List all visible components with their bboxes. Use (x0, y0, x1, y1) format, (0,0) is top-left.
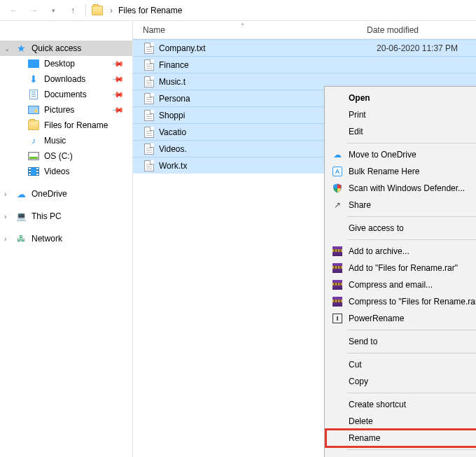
menu-cut[interactable]: Cut (326, 356, 476, 373)
expand-icon[interactable]: › (4, 190, 6, 198)
column-header-name[interactable]: Name ˄ (143, 25, 367, 35)
menu-bulk-rename[interactable]: Bulk Rename Here (326, 163, 476, 180)
menu-add-rar[interactable]: Add to "Files for Rename.rar" (326, 260, 476, 276)
sidebar-item-os-c[interactable]: OS (C:) (0, 148, 132, 164)
rar-icon (332, 263, 342, 273)
expand-icon[interactable]: ⌄ (4, 45, 10, 52)
file-row[interactable]: Company.txt20-06-2020 11:37 PM (133, 39, 476, 56)
sidebar-label: Downloads (44, 74, 85, 84)
sidebar-item-desktop[interactable]: Desktop 📌 (0, 56, 132, 71)
menu-separator (347, 239, 476, 240)
pin-icon: 📌 (111, 103, 124, 116)
text-file-icon (144, 59, 154, 71)
text-file-icon (144, 43, 154, 54)
sort-indicator-icon: ˄ (241, 22, 244, 30)
menu-properties[interactable]: Properties (326, 453, 476, 457)
sidebar-item-files-for-rename[interactable]: Files for Rename (0, 118, 132, 133)
menu-separator (347, 393, 476, 393)
menu-rename[interactable]: Rename (326, 430, 476, 447)
menu-print[interactable]: Print (326, 106, 476, 123)
menu-powerrename[interactable]: IPowerRename (326, 310, 476, 327)
star-icon: ★ (15, 43, 27, 54)
context-menu: Open Print Edit ☁Move to OneDrive Bulk R… (324, 86, 476, 457)
menu-separator (347, 143, 476, 143)
sidebar-item-pictures[interactable]: Pictures 📌 (0, 102, 132, 118)
sidebar-label: This PC (31, 211, 62, 221)
back-button[interactable]: ← (4, 2, 24, 19)
menu-compress-email[interactable]: Compress and email... (326, 276, 476, 293)
pc-icon: 💻 (15, 211, 27, 222)
rar-icon (332, 246, 342, 256)
pin-icon: 📌 (111, 72, 124, 85)
file-name: Company.txt (159, 43, 372, 53)
menu-defender-scan[interactable]: Scan with Windows Defender... (326, 180, 476, 197)
menu-separator (347, 353, 476, 353)
shield-icon (331, 183, 344, 193)
expand-icon[interactable]: › (4, 213, 6, 220)
address-bar: ← → ▾ ↑ › Files for Rename (0, 0, 476, 21)
menu-separator (347, 330, 476, 330)
rar-icon (332, 297, 342, 307)
network-icon: 🖧 (15, 233, 27, 244)
up-button[interactable]: ↑ (63, 2, 83, 19)
breadcrumb-folder[interactable]: Files for Rename (118, 6, 182, 15)
sidebar-this-pc[interactable]: › 💻 This PC (0, 209, 132, 224)
video-icon (28, 167, 39, 176)
recent-dropdown[interactable]: ▾ (43, 2, 63, 19)
sidebar-label: Music (44, 136, 66, 146)
text-file-icon (144, 143, 154, 155)
text-file-icon (144, 76, 154, 87)
sidebar-item-documents[interactable]: Documents 📌 (0, 87, 132, 102)
cloud-icon: ☁ (331, 150, 344, 160)
desktop-icon (28, 59, 39, 68)
text-file-icon (144, 160, 154, 171)
powerrename-icon: I (332, 314, 342, 323)
onedrive-icon: ☁ (15, 188, 27, 199)
menu-send-to[interactable]: Send to› (326, 333, 476, 350)
sidebar-network[interactable]: › 🖧 Network (0, 231, 132, 246)
menu-delete[interactable]: Delete (326, 413, 476, 430)
text-file-icon (144, 93, 154, 104)
sidebar-item-videos[interactable]: Videos (0, 164, 132, 179)
separator (85, 4, 86, 17)
menu-give-access[interactable]: Give access to› (326, 220, 476, 237)
menu-copy[interactable]: Copy (326, 373, 476, 390)
menu-create-shortcut[interactable]: Create shortcut (326, 396, 476, 413)
pin-icon: 📌 (111, 57, 124, 70)
folder-icon (28, 120, 39, 130)
menu-separator (347, 449, 476, 450)
rar-icon (332, 280, 342, 290)
navigation-pane: ⌄ ★ Quick access Desktop 📌 ⬇ Downloads 📌… (0, 21, 133, 457)
folder-icon (92, 6, 103, 15)
sidebar-quick-access[interactable]: ⌄ ★ Quick access (0, 41, 132, 56)
menu-open[interactable]: Open (326, 90, 476, 106)
forward-button[interactable]: → (24, 2, 43, 19)
sidebar-label: Videos (44, 167, 69, 176)
file-name: Finance (159, 60, 372, 70)
sidebar-item-music[interactable]: ♪ Music (0, 133, 132, 148)
drive-icon (28, 152, 39, 160)
column-header-date[interactable]: Date modified (367, 25, 476, 35)
breadcrumb-root[interactable]: › (89, 6, 118, 15)
share-icon: ↗ (331, 200, 344, 210)
sidebar-onedrive[interactable]: › ☁ OneDrive (0, 186, 132, 202)
pin-icon: 📌 (111, 87, 124, 101)
file-list-pane: Name ˄ Date modified Company.txt20-06-20… (133, 21, 476, 457)
sidebar-label: OneDrive (31, 189, 67, 199)
file-row[interactable]: Finance (133, 56, 476, 73)
sidebar-label: Files for Rename (44, 120, 108, 130)
sidebar-label: Pictures (44, 105, 74, 115)
menu-separator (347, 216, 476, 217)
menu-compress-rar-email[interactable]: Compress to "Files for Rename.rar" and e… (326, 293, 476, 310)
expand-icon[interactable]: › (4, 235, 6, 243)
bulk-rename-icon (332, 167, 342, 176)
file-date: 20-06-2020 11:37 PM (377, 43, 458, 53)
menu-add-archive[interactable]: Add to archive... (326, 243, 476, 260)
sidebar-label: Network (31, 234, 62, 244)
music-icon: ♪ (28, 135, 39, 146)
sidebar-label: OS (C:) (44, 151, 73, 161)
menu-share[interactable]: ↗Share (326, 197, 476, 213)
sidebar-item-downloads[interactable]: ⬇ Downloads 📌 (0, 71, 132, 87)
menu-move-onedrive[interactable]: ☁Move to OneDrive (326, 146, 476, 163)
menu-edit[interactable]: Edit (326, 123, 476, 140)
